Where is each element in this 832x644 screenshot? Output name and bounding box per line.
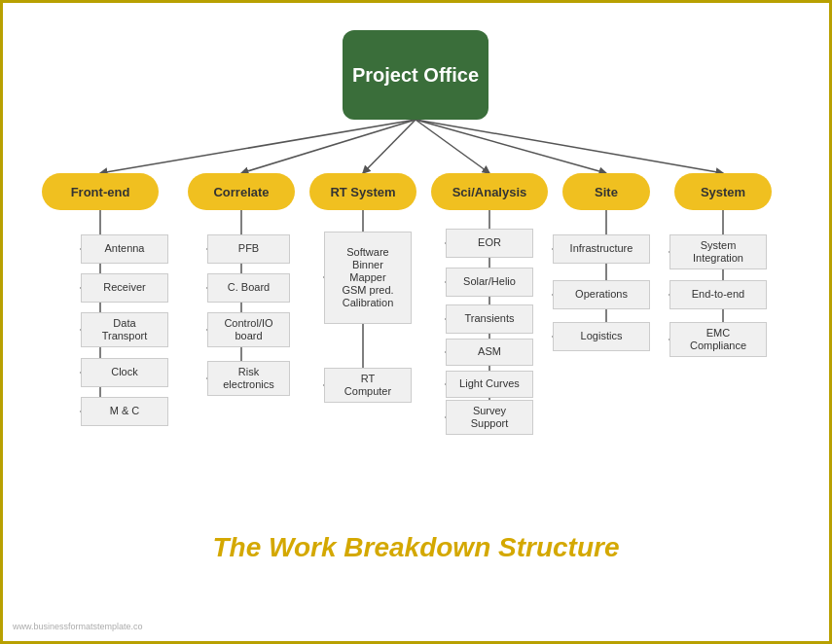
node-transients: Transients: [446, 304, 533, 334]
node-solarhelio: Solar/Helio: [446, 268, 533, 297]
root-label: Project Office: [352, 63, 479, 87]
root-node: Project Office: [343, 30, 488, 120]
node-controlio: Control/IO board: [207, 312, 290, 347]
level1-rtsystem: RT System: [309, 173, 416, 210]
node-survey: Survey Support: [446, 400, 533, 435]
node-antenna: Antenna: [81, 234, 168, 264]
node-infrastructure: Infrastructure: [553, 234, 650, 264]
node-risk: Risk electronics: [207, 361, 290, 396]
node-clock: Clock: [81, 358, 168, 387]
svg-line-5: [416, 120, 723, 173]
node-logistics: Logistics: [553, 322, 650, 351]
svg-line-4: [416, 120, 606, 173]
footer-text: The Work Breakdown Structure: [3, 532, 829, 563]
node-data-transport: Data Transport: [81, 312, 168, 347]
node-sysintegration: System Integration: [669, 234, 767, 269]
svg-line-3: [416, 120, 489, 173]
level1-correlate: Correlate: [188, 173, 295, 210]
node-mac: M & C: [81, 397, 168, 426]
svg-line-0: [100, 120, 416, 173]
node-eor: EOR: [446, 229, 533, 258]
watermark: www.businessformatstemplate.co: [13, 622, 143, 631]
node-rtcomputer: RT Computer: [324, 368, 412, 403]
svg-line-2: [363, 120, 416, 173]
node-pfb: PFB: [207, 234, 290, 264]
level1-scianalysis: Sci/Analysis: [431, 173, 548, 210]
node-emc: EMC Compliance: [669, 322, 767, 357]
level1-frontend: Front-end: [42, 173, 159, 210]
node-endtoend: End-to-end: [669, 280, 767, 309]
svg-line-1: [241, 120, 416, 173]
node-receiver: Receiver: [81, 273, 168, 303]
node-software: Software Binner Mapper GSM pred. Calibra…: [324, 232, 412, 324]
node-asm: ASM: [446, 339, 533, 366]
level1-site: Site: [562, 173, 650, 210]
node-operations: Operations: [553, 280, 650, 309]
node-cboard: C. Board: [207, 273, 290, 303]
node-lightcurves: Light Curves: [446, 371, 533, 398]
level1-system: System: [674, 173, 772, 210]
